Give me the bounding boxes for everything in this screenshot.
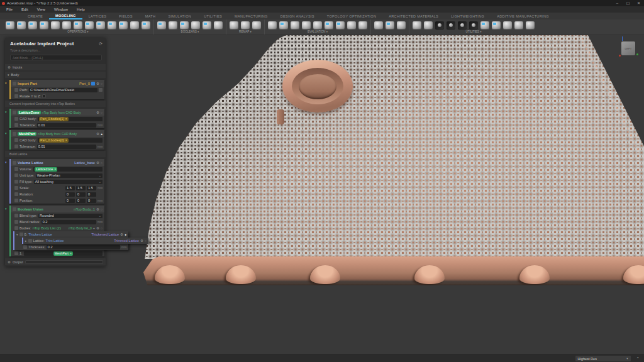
cad-body-field[interactable]: Part_0.bodies[0] × — [38, 138, 103, 143]
chamfer-icon[interactable] — [40, 21, 48, 30]
box-extrude-icon[interactable] — [17, 21, 26, 30]
visibility-toggle[interactable]: ● — [101, 132, 103, 136]
output-field[interactable] — [25, 260, 103, 264]
boolean-split-icon[interactable] — [214, 21, 223, 30]
scale-y-field[interactable]: 1.5 — [76, 186, 86, 190]
browse-folder-icon[interactable] — [99, 88, 103, 92]
boolean-trim-icon[interactable] — [203, 21, 211, 30]
boolean-union-icon[interactable] — [157, 21, 166, 30]
mesh-part-chip[interactable]: MeshPart × — [53, 251, 73, 256]
ribbon-tab-lattices[interactable]: LATTICES — [82, 13, 113, 19]
menu-edit[interactable]: Edit — [17, 6, 33, 13]
dumbbell-remap-icon[interactable] — [252, 21, 261, 30]
close-button[interactable]: ✕ — [633, 0, 644, 6]
ribbon-tab-design-analysis[interactable]: DESIGN ANALYSIS — [274, 13, 321, 19]
remove-chip-icon[interactable]: × — [54, 167, 56, 171]
chevron-down-icon[interactable]: ▾ — [16, 233, 18, 236]
ribbon-tab-create[interactable]: CREATE — [21, 13, 49, 19]
menu-window[interactable]: Window — [50, 6, 72, 13]
rotation-z-field[interactable]: 0 — [87, 192, 96, 197]
item1-field[interactable]: MeshPart × — [24, 251, 103, 256]
position-y-field[interactable]: 0 — [76, 199, 86, 203]
bend-left-icon[interactable] — [96, 21, 105, 30]
loft-sheet-icon[interactable] — [74, 21, 82, 30]
refresh-icon[interactable]: ⟳ — [99, 41, 103, 47]
visibility-toggle[interactable]: ● — [125, 233, 126, 236]
gear-icon[interactable]: ⚙ — [96, 207, 99, 211]
gradient-sample-icon[interactable] — [358, 21, 367, 30]
rotation-y-field[interactable]: 0 — [76, 192, 86, 197]
ribbon-tab-architected-materials[interactable]: ARCHITECTED MATERIALS — [382, 13, 445, 19]
gear-icon[interactable]: ⚙ — [96, 111, 99, 114]
edit-body-icon[interactable] — [447, 21, 455, 30]
cad-body-field[interactable]: Part_0.bodies[1] × — [38, 117, 103, 121]
view-cube-icon[interactable] — [413, 21, 421, 30]
gear-icon[interactable]: ⚙ — [120, 233, 123, 236]
add-block-input[interactable]: Add Block... (Ctrl+L) — [10, 55, 102, 60]
tolerance-field[interactable]: 0.01 — [37, 145, 96, 149]
shell-icon[interactable] — [62, 21, 71, 30]
cone-icon[interactable] — [51, 21, 60, 30]
chevron-down-icon[interactable]: ▾ — [5, 207, 7, 211]
ribbon-tab-additive-manufacturing[interactable]: ADDITIVE MANUFACTURING — [491, 13, 555, 19]
boolean-union-header[interactable]: Boolean Union nTop Body_1 ⚙ ○ — [9, 206, 104, 212]
fill-type-dropdown[interactable]: All touching ⌄ — [34, 180, 103, 184]
visibility-toggle[interactable]: ○ — [101, 226, 103, 230]
ribbon-tab-topology-optimization[interactable]: TOPOLOGY OPTIMIZATION — [321, 13, 382, 19]
visibility-toggle[interactable]: ○ — [101, 161, 103, 165]
remove-chip-icon[interactable]: × — [70, 251, 72, 255]
rotation-x-field[interactable]: 0 — [65, 192, 75, 197]
boolean-slice-icon[interactable] — [191, 21, 200, 30]
remove-chip-icon[interactable]: × — [65, 138, 67, 142]
thicken-lattice-header[interactable]: ▾ 0: Thicken Lattice Thickened Lattice ⚙… — [14, 231, 128, 238]
add-item-icon[interactable]: + — [93, 226, 95, 230]
position-z-field[interactable]: 0 — [87, 199, 96, 203]
sphere-primitive-icon[interactable] — [503, 21, 512, 30]
volume-integral-icon[interactable] — [291, 21, 299, 30]
render-sphere-b-icon[interactable] — [469, 21, 478, 30]
body-chip[interactable]: Part_0.bodies[0] × — [39, 138, 69, 143]
chevron-down-icon[interactable]: ▾ — [5, 131, 7, 135]
chevron-down-icon[interactable]: ▾ — [5, 160, 7, 164]
circular-pattern-icon[interactable] — [142, 21, 150, 30]
body-section[interactable]: ▾ Body — [5, 72, 106, 78]
mesh-part-header[interactable]: MeshPart nTop Body from CAD Body ⚙ ● — [9, 130, 104, 137]
pin-badge-icon[interactable] — [91, 82, 95, 85]
toolbar-group-label[interactable]: UTILITIES ▾ — [413, 30, 535, 34]
bodies-row[interactable]: Bodies: nTop Body List (2) nTop Body lis… — [9, 225, 104, 231]
description-placeholder[interactable]: Type a description... — [10, 48, 102, 52]
ribbon-tab-math[interactable]: MATH — [139, 13, 162, 19]
visibility-toggle[interactable]: ○ — [101, 111, 103, 114]
ribbon-tab-modeling[interactable]: MODELING — [49, 13, 82, 19]
lattice-zone-header[interactable]: LatticeZone nTop Body from CAD Body ⚙ ○ — [9, 109, 104, 116]
scale-x-field[interactable]: 1.5 — [65, 186, 75, 190]
toolbar-group-label[interactable]: OPERATIONS ▾ — [6, 30, 150, 34]
ribbon-tab-fields[interactable]: FIELDS — [113, 13, 138, 19]
toolbar-group-label[interactable]: BOOLEANS ▾ — [157, 30, 223, 34]
tolerance-field[interactable]: 0.01 — [37, 123, 96, 128]
volume-lattice-header[interactable]: Volume Lattice Lattice_base ⚙ ○ — [9, 159, 104, 166]
view-cube[interactable]: LEFT — [621, 41, 635, 55]
visibility-toggle[interactable]: ○ — [145, 239, 147, 243]
corner-sketch-icon[interactable] — [6, 21, 14, 30]
blend-type-dropdown[interactable]: Rounded ⌄ — [38, 214, 103, 218]
toolbar-group-label[interactable]: EVALUATION ▾ — [268, 30, 367, 34]
ribbon-tab-manufacturing[interactable]: MANUFACTURING — [228, 13, 274, 19]
torus-icon[interactable] — [397, 21, 406, 30]
gear-icon[interactable]: ⚙ — [140, 239, 143, 243]
mass-properties-icon[interactable] — [268, 21, 277, 30]
gear-icon[interactable]: ⚙ — [96, 226, 99, 230]
render-sphere-a-icon[interactable] — [458, 21, 467, 30]
cylinder-remap-icon[interactable] — [230, 21, 238, 30]
position-x-field[interactable]: 0 — [65, 199, 75, 203]
fillet-icon[interactable] — [28, 21, 37, 30]
point-sample-icon[interactable] — [347, 21, 356, 30]
bounding-box-icon[interactable] — [279, 21, 288, 30]
interpolate-icon[interactable] — [325, 21, 333, 30]
gear-icon[interactable]: ⚙ — [96, 82, 99, 85]
ribbon-tab-simulation[interactable]: SIMULATION — [162, 13, 197, 19]
item-name[interactable]: Trim Lattice — [46, 239, 64, 243]
measure-plane-icon[interactable] — [492, 21, 501, 30]
ruled-sheet-icon[interactable] — [374, 21, 383, 30]
implicit-blob-icon[interactable] — [514, 21, 523, 30]
